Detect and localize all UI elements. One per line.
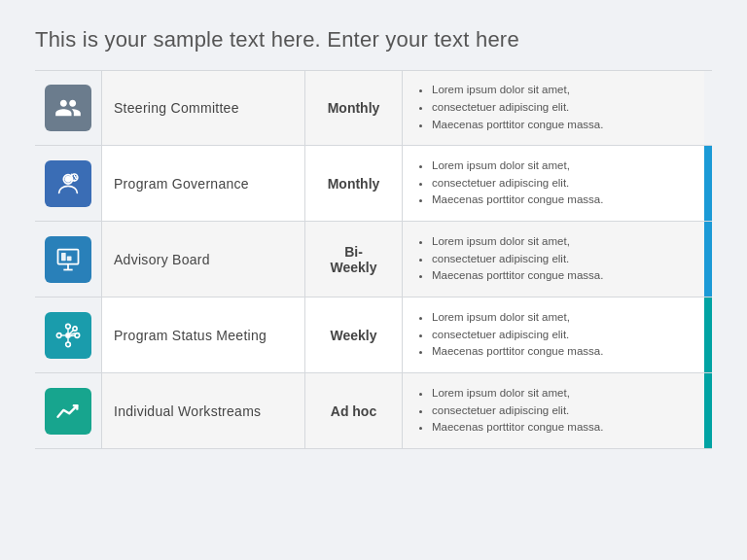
row-name: Individual Workstreams [101,373,305,448]
description-item: Lorem ipsum dolor sit amet, [432,385,603,402]
description-item: Lorem ipsum dolor sit amet, [432,233,603,251]
description-item: Lorem ipsum dolor sit amet, [432,82,603,99]
row-name: Steering Committee [101,71,305,145]
row-frequency: Ad hoc [305,373,403,448]
description-item: consectetuer adipiscing elit. [432,327,603,344]
icon-cell [35,373,101,448]
svg-point-12 [73,326,77,330]
row-description: Lorem ipsum dolor sit amet,consectetuer … [403,222,704,297]
row-description: Lorem ipsum dolor sit amet,consectetuer … [403,71,704,145]
description-item: Maecenas porttitor congue massa. [432,343,603,361]
icon-cell [35,222,101,297]
row-frequency: Weekly [305,298,403,372]
icon-box [45,236,91,283]
icon-box [45,85,91,131]
icon-cell [35,298,101,372]
slide: This is your sample text here. Enter you… [0,0,747,560]
table-row: Steering Committee Monthly Lorem ipsum d… [35,70,712,146]
icon-cell [35,146,101,221]
table-row: Program Status Meeting Weekly Lorem ipsu… [35,298,712,373]
row-indicator [704,298,712,372]
table-row: Advisory Board Bi-Weekly Lorem ipsum dol… [35,222,712,298]
row-description: Lorem ipsum dolor sit amet,consectetuer … [403,146,704,221]
svg-rect-5 [61,253,66,261]
row-name: Program Governance [101,146,305,221]
description-item: Maecenas porttitor congue massa. [432,192,603,209]
icon-box [45,388,91,435]
row-indicator [704,373,712,448]
table-container: Steering Committee Monthly Lorem ipsum d… [35,70,712,541]
description-item: Maecenas porttitor congue massa. [432,267,603,285]
row-name: Advisory Board [101,222,305,297]
description-item: Maecenas porttitor congue massa. [432,117,603,134]
row-indicator [704,71,712,145]
svg-line-18 [70,330,74,333]
row-frequency: Monthly [305,146,403,221]
description-item: consectetuer adipiscing elit. [432,402,603,420]
row-frequency: Monthly [305,71,403,145]
description-item: Lorem ipsum dolor sit amet, [432,309,603,327]
icon-box [45,160,91,207]
icon-cell [35,71,101,145]
svg-point-11 [66,342,71,347]
description-item: Maecenas porttitor congue massa. [432,419,603,437]
row-indicator [704,146,712,221]
table-row: Individual Workstreams Ad hoc Lorem ipsu… [35,373,712,449]
row-frequency: Bi-Weekly [305,222,403,297]
svg-point-8 [66,324,71,329]
description-item: Lorem ipsum dolor sit amet, [432,158,603,175]
row-description: Lorem ipsum dolor sit amet,consectetuer … [403,373,704,448]
row-indicator [704,222,712,297]
slide-title: This is your sample text here. Enter you… [35,27,712,52]
description-item: consectetuer adipiscing elit. [432,99,603,117]
svg-line-15 [71,335,75,336]
svg-point-9 [75,332,80,337]
table-row: Program Governance Monthly Lorem ipsum d… [35,146,712,222]
row-name: Program Status Meeting [101,298,305,372]
row-description: Lorem ipsum dolor sit amet,consectetuer … [403,298,704,372]
svg-rect-6 [67,256,72,261]
description-item: consectetuer adipiscing elit. [432,175,603,192]
icon-box [45,312,91,359]
svg-point-10 [56,332,61,337]
description-item: consectetuer adipiscing elit. [432,251,603,268]
